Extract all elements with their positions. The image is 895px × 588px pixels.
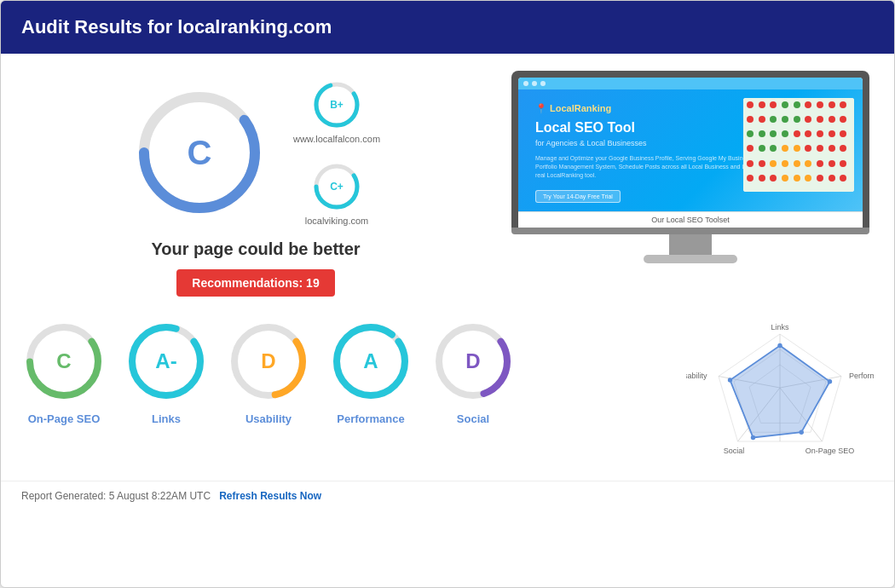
grid-dot <box>759 145 765 152</box>
monitor-screen-outer: 📍 LocalRanking Local SEO Tool for Agenci… <box>511 71 869 228</box>
competitor-1-url: www.localfalcon.com <box>293 134 380 144</box>
grid-dot <box>840 101 846 108</box>
browser-bar <box>518 78 863 89</box>
grid-dot <box>770 101 777 108</box>
screen-caption: Our Local SEO Toolset <box>518 211 863 228</box>
onpage-grade: C <box>56 349 71 373</box>
performance-grade: A <box>363 349 378 373</box>
radar-chart-area: Links Performance On-Page SEO Social Usa… <box>686 319 874 472</box>
screen-map-overlay <box>743 98 854 192</box>
screen-content: 📍 LocalRanking Local SEO Tool for Agenci… <box>518 89 863 211</box>
links-gauge: A- <box>124 319 209 404</box>
grid-dot <box>759 116 765 123</box>
grid-dot <box>817 101 823 108</box>
page-title: Audit Results for localranking.com <box>21 16 332 37</box>
browser-dot-3 <box>540 81 546 86</box>
competitor-2: C+ localviking.com <box>305 161 369 226</box>
grade-item-usability: D Usability <box>226 319 311 425</box>
onpage-gauge: C <box>21 319 107 404</box>
dots-grid <box>743 98 854 192</box>
grid-dot <box>805 101 811 108</box>
grid-dot <box>782 130 788 137</box>
grid-dot <box>794 130 800 137</box>
screen-map <box>743 98 854 192</box>
main-grade-letter: C <box>188 134 212 172</box>
grid-dot <box>747 175 754 182</box>
performance-label: Performance <box>337 412 404 425</box>
grid-dot <box>759 101 765 108</box>
grid-dot <box>840 160 846 167</box>
grid-dot <box>805 145 811 152</box>
audit-card: Audit Results for localranking.com C <box>0 0 895 588</box>
social-gauge: D <box>430 319 516 404</box>
competitor-2-url: localviking.com <box>305 216 369 226</box>
svg-point-29 <box>728 378 732 382</box>
svg-text:Usability: Usability <box>686 372 707 380</box>
performance-gauge: A <box>328 319 413 404</box>
onpage-label: On-Page SEO <box>28 412 101 425</box>
main-content: C B+ www.localfalcon.com <box>1 54 894 305</box>
screen-cta-button[interactable]: Try Your 14-Day Free Trial <box>535 190 621 203</box>
grid-dot <box>770 160 777 167</box>
social-grade: D <box>465 349 480 373</box>
grid-dot <box>747 116 754 123</box>
grid-dot <box>829 116 835 123</box>
svg-text:On-Page SEO: On-Page SEO <box>806 447 855 455</box>
links-label: Links <box>152 412 181 425</box>
grades-row: C On-Page SEO A- Links <box>21 319 686 472</box>
svg-point-26 <box>828 379 832 383</box>
radar-chart: Links Performance On-Page SEO Social Usa… <box>686 319 874 472</box>
grid-dot <box>782 145 788 152</box>
grid-dot <box>759 175 765 182</box>
grid-dot <box>829 101 835 108</box>
bottom-section: C On-Page SEO A- Links <box>1 305 894 481</box>
grid-dot <box>840 116 846 123</box>
grid-dot <box>794 145 800 152</box>
grid-dot <box>782 101 788 108</box>
grid-dot <box>794 175 800 182</box>
svg-text:Performance: Performance <box>849 372 874 380</box>
grid-dot <box>782 116 788 123</box>
grid-dot <box>817 175 823 182</box>
main-grade-gauge: C <box>131 84 268 221</box>
grid-dot <box>759 130 765 137</box>
links-grade: A- <box>155 349 176 373</box>
grid-dot <box>805 175 811 182</box>
svg-point-27 <box>800 430 804 435</box>
grid-dot <box>747 130 754 137</box>
grid-dot <box>794 101 800 108</box>
grade-item-social: D Social <box>430 319 516 425</box>
svg-point-25 <box>777 343 782 348</box>
usability-gauge: D <box>226 319 311 404</box>
grid-dot <box>770 116 777 123</box>
grid-dot <box>817 116 823 123</box>
competitor-gauges: B+ www.localfalcon.com C+ localviking <box>293 79 380 226</box>
monitor-bottom-bar <box>511 228 869 234</box>
usability-grade: D <box>261 349 275 373</box>
grid-dot <box>770 130 777 137</box>
page-message: Your page could be better <box>151 239 360 259</box>
report-generated-text: Report Generated: 5 August 8:22AM UTC <box>21 490 211 502</box>
footer: Report Generated: 5 August 8:22AM UTC Re… <box>1 481 894 510</box>
grid-dot <box>829 145 835 152</box>
grid-dot <box>782 160 788 167</box>
grid-dot <box>829 160 835 167</box>
browser-dot-2 <box>532 81 537 86</box>
recommendations-button[interactable]: Recommendations: 19 <box>176 269 334 297</box>
grade-item-links: A- Links <box>124 319 209 425</box>
refresh-results-link[interactable]: Refresh Results Now <box>219 490 321 502</box>
grid-dot <box>829 175 835 182</box>
grid-dot <box>782 175 788 182</box>
big-gauge-area: C B+ www.localfalcon.com <box>131 79 380 226</box>
grid-dot <box>805 130 811 137</box>
competitor-2-grade: C+ <box>330 181 344 193</box>
grid-dot <box>747 145 754 152</box>
svg-text:Links: Links <box>771 323 789 331</box>
competitor-1-grade: B+ <box>330 99 344 111</box>
grid-dot <box>794 116 800 123</box>
competitor-1-gauge: B+ <box>311 79 362 130</box>
page-header: Audit Results for localranking.com <box>1 1 894 54</box>
usability-label: Usability <box>245 412 292 425</box>
grid-dot <box>805 116 811 123</box>
monitor-screen: 📍 LocalRanking Local SEO Tool for Agenci… <box>518 78 863 228</box>
